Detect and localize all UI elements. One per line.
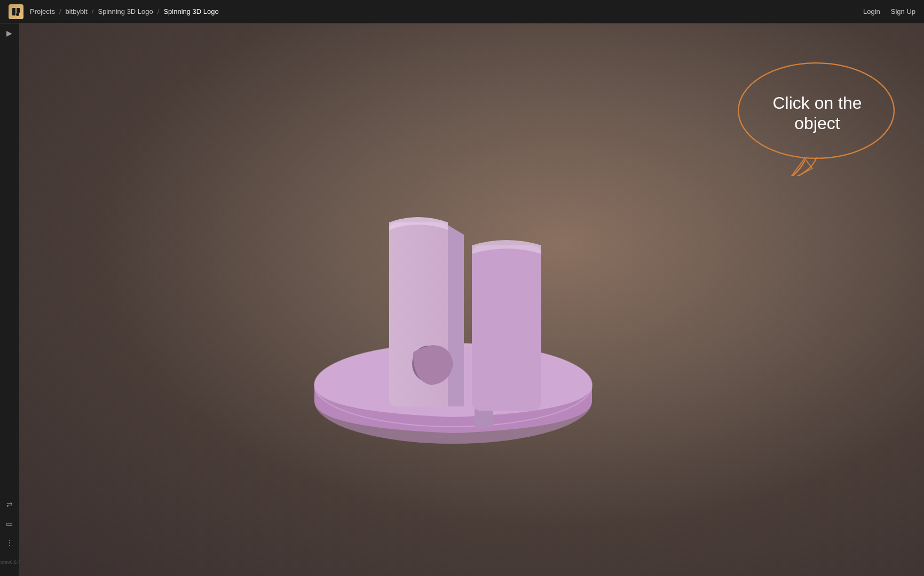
svg-point-2 <box>16 13 19 16</box>
breadcrumb-spinning-3d-1[interactable]: Spinning 3D Logo <box>98 7 153 15</box>
breadcrumb: Projects / bitbybit / Spinning 3D Logo /… <box>30 7 219 15</box>
panel-icon[interactable]: ▭ <box>0 514 19 533</box>
top-navigation: Projects / bitbybit / Spinning 3D Logo /… <box>0 0 924 23</box>
breadcrumb-bitbybit[interactable]: bitbybit <box>66 7 88 15</box>
play-button[interactable]: ▶ <box>0 23 19 43</box>
app-logo <box>9 4 23 19</box>
svg-point-11 <box>738 63 894 158</box>
3d-logo-object[interactable] <box>296 156 616 476</box>
swap-icon[interactable]: ⇄ <box>0 495 19 514</box>
breadcrumb-sep-3: / <box>157 7 160 15</box>
breadcrumb-current: Spinning 3D Logo <box>163 7 218 15</box>
breadcrumb-sep-2: / <box>92 7 94 15</box>
speech-bubble-tooltip: Click on the object <box>732 55 903 178</box>
svg-rect-8 <box>472 245 541 411</box>
version-text: core v0.8.7 <box>0 553 19 572</box>
svg-rect-1 <box>17 8 20 13</box>
login-link[interactable]: Login <box>863 7 880 15</box>
breadcrumb-projects[interactable]: Projects <box>30 7 55 15</box>
breadcrumb-sep-1: / <box>59 7 61 15</box>
more-options-icon[interactable]: ⋮ <box>0 533 19 553</box>
canvas-area[interactable]: Click on the object <box>19 23 924 576</box>
signup-link[interactable]: Sign Up <box>891 7 915 15</box>
nav-right: Login Sign Up <box>863 7 915 15</box>
svg-rect-0 <box>12 8 15 15</box>
sidebar: ▶ ⇄ ▭ ⋮ core v0.8.7 <box>0 23 19 576</box>
3d-scene[interactable]: Click on the object <box>19 23 924 576</box>
